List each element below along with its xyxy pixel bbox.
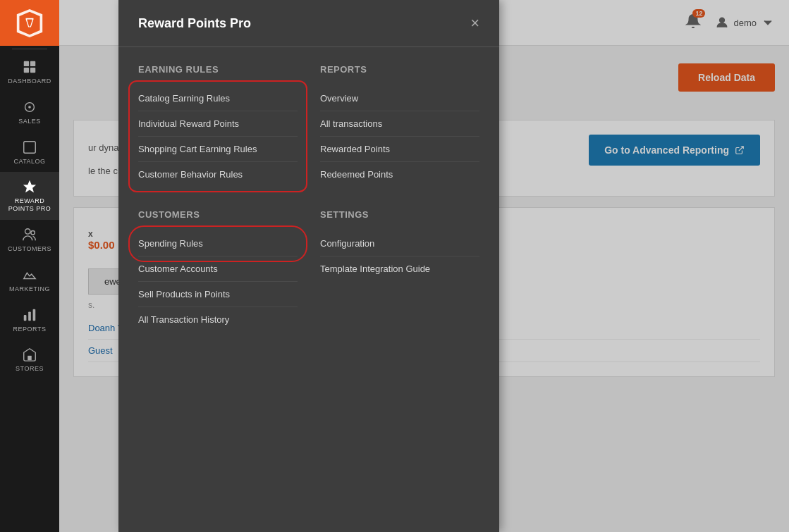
dropdown-header: Reward Points Pro × — [118, 0, 499, 47]
svg-marker-7 — [23, 180, 36, 192]
customers-section-title: Customers — [138, 209, 298, 220]
main-content: 12 demo Reload Data ur dynamic produc — [59, 0, 789, 532]
sidebar-item-reward-label: Reward Points Pro — [3, 197, 56, 213]
settings-section: Settings Configuration Template Integrat… — [320, 209, 479, 332]
sidebar-item-sales-label: Sales — [18, 118, 41, 125]
dropdown-title: Reward Points Pro — [138, 16, 251, 31]
svg-rect-10 — [24, 315, 27, 321]
app-container: Dashboard Sales Catalog Reward Points Pr… — [0, 0, 789, 532]
svg-rect-0 — [24, 61, 29, 66]
reports-title: Reports — [320, 64, 479, 75]
reports-section: Reports Overview All transactions Reward… — [320, 64, 479, 187]
reports-items: Overview All transactions Rewarded Point… — [320, 86, 479, 187]
overview-link[interactable]: Overview — [320, 86, 479, 111]
sidebar-item-customers-label: Customers — [8, 245, 51, 253]
svg-rect-1 — [30, 61, 35, 66]
logo[interactable] — [0, 0, 59, 46]
individual-reward-points-link[interactable]: Individual Reward Points — [138, 111, 298, 137]
earning-rules-items: Catalog Earning Rules Individual Reward … — [138, 86, 298, 187]
settings-title: Settings — [320, 209, 479, 220]
rewarded-points-link[interactable]: Rewarded Points — [320, 137, 479, 162]
svg-rect-12 — [33, 309, 36, 321]
customer-accounts-link[interactable]: Customer Accounts — [138, 256, 298, 282]
sidebar-item-dashboard-label: Dashboard — [8, 78, 51, 85]
sidebar-item-catalog[interactable]: Catalog — [0, 132, 59, 173]
configuration-link[interactable]: Configuration — [320, 231, 479, 256]
svg-point-8 — [25, 229, 30, 234]
sidebar-item-sales[interactable]: Sales — [0, 92, 59, 132]
sidebar-item-marketing[interactable]: Marketing — [0, 260, 59, 300]
dropdown-panel: Reward Points Pro × Earning Rules Catalo… — [118, 0, 499, 532]
sidebar-item-customers[interactable]: Customers — [0, 220, 59, 260]
spending-rules-link[interactable]: Spending Rules — [138, 231, 298, 256]
sidebar-item-reports[interactable]: Reports — [0, 300, 59, 340]
earning-rules-title: Earning Rules — [138, 64, 298, 75]
sidebar-item-stores-label: Stores — [16, 365, 44, 373]
sidebar-item-marketing-label: Marketing — [9, 285, 50, 293]
svg-rect-6 — [24, 141, 36, 153]
sidebar-item-stores[interactable]: Stores — [0, 340, 59, 380]
all-transactions-link[interactable]: All transactions — [320, 111, 479, 137]
sidebar: Dashboard Sales Catalog Reward Points Pr… — [0, 0, 59, 532]
svg-rect-3 — [30, 68, 35, 73]
sidebar-item-reports-label: Reports — [13, 326, 47, 333]
earning-rules-section: Earning Rules Catalog Earning Rules Indi… — [138, 64, 298, 187]
sidebar-divider — [12, 49, 47, 49]
dropdown-body: Earning Rules Catalog Earning Rules Indi… — [118, 47, 499, 349]
svg-point-4 — [28, 106, 31, 109]
svg-point-9 — [31, 230, 35, 235]
template-integration-link[interactable]: Template Integration Guide — [320, 256, 479, 281]
settings-items: Configuration Template Integration Guide — [320, 231, 479, 281]
customers-section: Customers Spending Rules Customer Accoun… — [138, 209, 298, 332]
redeemed-points-link[interactable]: Redeemed Points — [320, 162, 479, 187]
customer-behavior-rules-link[interactable]: Customer Behavior Rules — [138, 162, 298, 187]
svg-rect-13 — [27, 356, 32, 360]
customers-items: Spending Rules Customer Accounts Sell Pr… — [138, 231, 298, 332]
svg-rect-2 — [24, 68, 29, 73]
sidebar-item-reward-points-pro[interactable]: Reward Points Pro — [0, 172, 59, 220]
sidebar-item-dashboard[interactable]: Dashboard — [0, 52, 59, 92]
sell-products-link[interactable]: Sell Products in Points — [138, 282, 298, 307]
all-transaction-history-link[interactable]: All Transaction History — [138, 307, 298, 332]
sidebar-item-catalog-label: Catalog — [13, 158, 45, 166]
shopping-cart-earning-rules-link[interactable]: Shopping Cart Earning Rules — [138, 137, 298, 162]
close-button[interactable]: × — [470, 16, 479, 31]
svg-rect-11 — [28, 311, 31, 321]
catalog-earning-rules-link[interactable]: Catalog Earning Rules — [138, 86, 298, 111]
